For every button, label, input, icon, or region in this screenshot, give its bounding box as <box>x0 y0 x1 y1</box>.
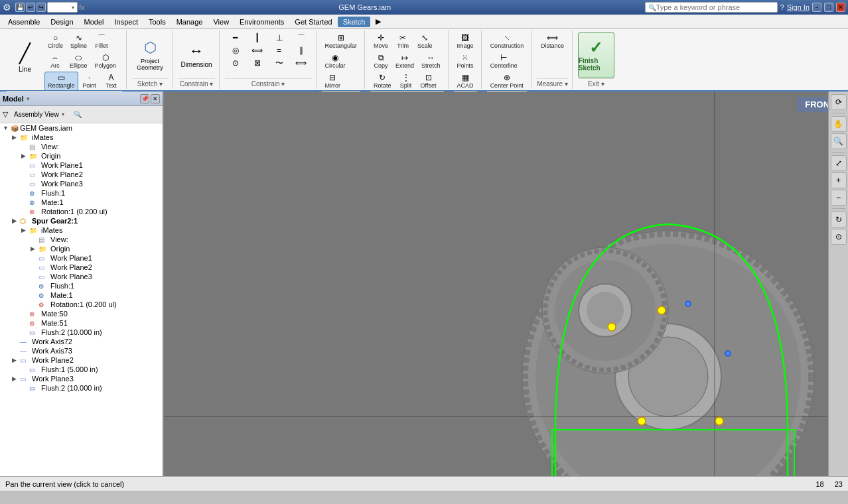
centerline-button[interactable]: ⊢ Centerline <box>487 52 521 71</box>
ellipse-button[interactable]: ⬭ Ellipse <box>66 52 91 71</box>
tree-item[interactable]: ⊚Rotation:1 (0.200 ul) <box>0 207 163 216</box>
qat-undo[interactable]: ↩ <box>26 3 35 12</box>
menu-view[interactable]: View <box>208 17 234 27</box>
tree-item[interactable]: ▭Flush:2 (10.000 in) <box>0 383 163 393</box>
qat-redo[interactable]: ↪ <box>36 3 46 12</box>
tree-item[interactable]: ⊚Mate:50 <box>0 309 163 318</box>
tree-item[interactable]: ▶📁iMates <box>0 225 163 235</box>
constrain-btn12[interactable]: ⟺ <box>291 57 312 69</box>
image-button[interactable]: 🖼 Image <box>454 32 477 51</box>
search-input[interactable] <box>656 3 762 11</box>
vt-zoom-in-button[interactable]: + <box>831 172 847 188</box>
tree-item[interactable]: ▤View: <box>0 235 163 244</box>
tree-item[interactable]: ▭Work Plane3 <box>0 179 163 188</box>
constrain-btn3[interactable]: ⊥ <box>269 32 290 44</box>
menu-model[interactable]: Model <box>79 17 109 27</box>
dimension-group-label[interactable]: Constrain <box>178 78 215 88</box>
tree-item[interactable]: ▤View: <box>0 142 163 151</box>
rectangular-button[interactable]: ⊞ Rectangular <box>322 32 361 51</box>
viewport[interactable]: Y X Z FRONT ⟳ ✋ 🔍 ⤢ + − ↻ ⊙ <box>164 92 848 476</box>
constrain-group-label[interactable]: Constrain <box>225 78 312 88</box>
project-geometry-group-label[interactable]: Sketch <box>132 78 169 88</box>
search-tree-button[interactable]: 🔍 <box>70 109 85 120</box>
model-dropdown-arrow[interactable]: ▾ <box>27 95 30 102</box>
qat-save[interactable]: 💾 <box>15 3 25 12</box>
measure-group-label[interactable]: Measure <box>537 78 568 88</box>
line-button[interactable]: ╱ Line <box>7 32 43 84</box>
offset-button[interactable]: ⊡ Offset <box>417 72 440 91</box>
rotate-button[interactable]: ↻ Rotate <box>370 72 395 91</box>
tree-item[interactable]: ▭Work Plane1 <box>0 253 163 263</box>
vt-pan-button[interactable]: ✋ <box>831 116 847 132</box>
model-close-button[interactable]: ✕ <box>151 94 160 103</box>
tree-item[interactable]: ⊚Mate:1 <box>0 290 163 300</box>
restore-button[interactable]: □ <box>824 3 833 12</box>
circle-button[interactable]: ○ Circle <box>44 32 66 51</box>
tree-item[interactable]: ⊚Flush:1 <box>0 281 163 290</box>
search-bar[interactable]: 🔍 <box>645 2 778 13</box>
copy-button[interactable]: ⧉ Copy <box>370 52 391 71</box>
constrain-btn2[interactable]: ┃ <box>247 32 268 44</box>
fillet-button[interactable]: ⌒ Fillet <box>91 32 112 51</box>
model-tree[interactable]: ▼📦GEM Gears.iam▶📁iMates▤View:▶📁Origin▭Wo… <box>0 123 163 476</box>
constrain-btn8[interactable]: ∥ <box>291 44 312 56</box>
sign-in-link[interactable]: Sign In <box>787 3 810 11</box>
menu-sketch[interactable]: Sketch <box>338 17 371 27</box>
vt-settings-button[interactable]: ⊙ <box>831 229 847 245</box>
tree-item[interactable]: ▭Work Plane1 <box>0 160 163 170</box>
construction-button[interactable]: ⟍ Construction <box>487 32 528 51</box>
menu-manage[interactable]: Manage <box>171 17 208 27</box>
model-pin-button[interactable]: 📌 <box>140 94 149 103</box>
menu-tools[interactable]: Tools <box>143 17 171 27</box>
tree-item[interactable]: ▶📁iMates <box>0 133 163 142</box>
vt-fit-button[interactable]: ⤢ <box>831 155 847 171</box>
text-button[interactable]: A Text <box>101 72 122 91</box>
polygon-button[interactable]: ⬡ Polygon <box>92 52 120 71</box>
menu-design[interactable]: Design <box>45 17 78 27</box>
tree-root[interactable]: ▼📦GEM Gears.iam <box>0 123 163 133</box>
split-button[interactable]: ⋮ Split <box>395 72 417 91</box>
assembly-view-dropdown[interactable]: Assembly View ▾ <box>11 109 68 120</box>
constrain-btn4[interactable]: ⌒ <box>291 32 312 44</box>
tree-item[interactable]: ▭Work Plane3 <box>0 272 163 281</box>
menu-inspect[interactable]: Inspect <box>109 17 143 27</box>
tree-item[interactable]: —Work Axis73 <box>0 346 163 355</box>
constrain-btn10[interactable]: ⊠ <box>247 57 268 69</box>
scale-button[interactable]: ⤡ Scale <box>414 32 436 51</box>
vt-orbit-button[interactable]: ⟳ <box>831 94 847 110</box>
tree-item[interactable]: ▶▭Work Plane3 <box>0 374 163 383</box>
spline-button[interactable]: ∿ Spline <box>67 32 90 51</box>
exit-group-label[interactable]: Exit <box>578 78 614 88</box>
constrain-btn1[interactable]: ━ <box>225 32 246 44</box>
close-button[interactable]: ✕ <box>836 3 845 12</box>
move-button[interactable]: ✛ Move <box>370 32 391 51</box>
menu-assemble[interactable]: Assemble <box>3 17 45 27</box>
dimension-button[interactable]: ↔ Dimension <box>178 32 215 78</box>
point-button[interactable]: · Point <box>79 72 100 91</box>
tree-item[interactable]: ▶📁Origin <box>0 151 163 160</box>
tree-item[interactable]: —Work Axis72 <box>0 337 163 346</box>
tree-item[interactable]: ▭Flush:1 (5.000 in) <box>0 365 163 374</box>
acad-button[interactable]: ▦ ACAD <box>454 72 477 91</box>
menu-get-started[interactable]: Get Started <box>289 17 337 27</box>
vt-zoom-button[interactable]: 🔍 <box>831 133 847 149</box>
trim-button[interactable]: ✂ Trim <box>392 32 413 51</box>
menu-environments[interactable]: Environments <box>234 17 289 27</box>
color-dropdown[interactable]: Color ▾ <box>47 2 78 13</box>
finish-sketch-button[interactable]: ✓ Finish Sketch <box>578 32 614 78</box>
tree-item[interactable]: ▶📁Origin <box>0 244 163 253</box>
tree-item[interactable]: ▭Flush:2 (10.000 in) <box>0 328 163 337</box>
help-icon[interactable]: ? <box>780 3 784 11</box>
minimize-button[interactable]: − <box>812 3 821 12</box>
tree-item[interactable]: ⊚Rotation:1 (0.200 ul) <box>0 300 163 309</box>
vt-zoom-out-button[interactable]: − <box>831 190 847 206</box>
tree-item[interactable]: ⊚Mate:51 <box>0 318 163 328</box>
mirror-button[interactable]: ⊟ Mirror <box>322 72 344 91</box>
project-geometry-button[interactable]: ⬡ Project Geometry <box>132 32 169 78</box>
points-button[interactable]: ⁙ Points <box>454 52 477 71</box>
arc-button[interactable]: ⌢ Arc <box>44 52 66 71</box>
tree-item[interactable]: ▭Work Plane2 <box>0 263 163 272</box>
circular-button[interactable]: ◉ Circular <box>322 52 349 71</box>
stretch-button[interactable]: ↔ Stretch <box>418 52 444 71</box>
extend-button[interactable]: ↦ Extend <box>392 52 417 71</box>
